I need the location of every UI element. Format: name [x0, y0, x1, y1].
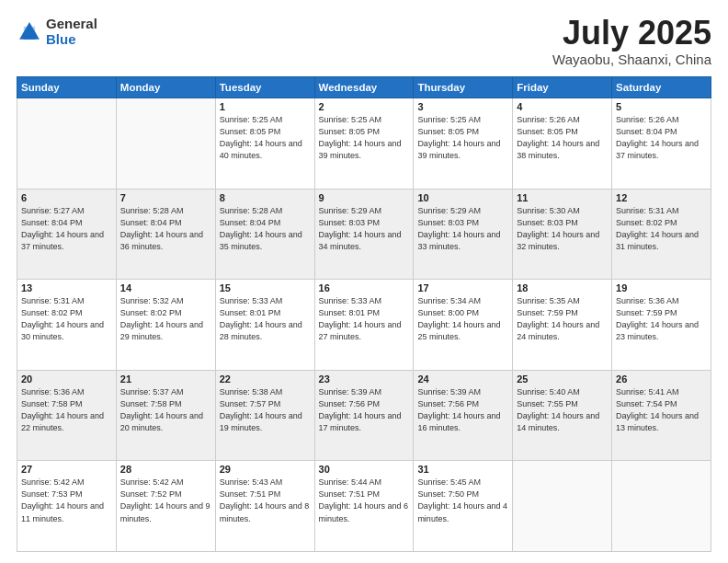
day-number: 17 — [417, 282, 508, 293]
day-number: 24 — [417, 373, 508, 385]
table-row — [17, 98, 117, 190]
day-info: Sunrise: 5:29 AM Sunset: 8:03 PM Dayligh… — [417, 205, 508, 253]
table-row: 30Sunrise: 5:44 AM Sunset: 7:51 PM Dayli… — [314, 461, 414, 552]
day-number: 3 — [417, 101, 508, 112]
calendar-table: Sunday Monday Tuesday Wednesday Thursday… — [17, 76, 711, 552]
day-number: 15 — [220, 282, 311, 293]
calendar-week-1: 1Sunrise: 5:25 AM Sunset: 8:05 PM Daylig… — [17, 98, 711, 190]
calendar-week-2: 6Sunrise: 5:27 AM Sunset: 8:04 PM Daylig… — [17, 189, 711, 280]
table-row: 20Sunrise: 5:36 AM Sunset: 7:58 PM Dayli… — [17, 370, 117, 461]
day-info: Sunrise: 5:36 AM Sunset: 7:58 PM Dayligh… — [21, 386, 112, 434]
table-row: 9Sunrise: 5:29 AM Sunset: 8:03 PM Daylig… — [314, 189, 414, 280]
day-number: 9 — [319, 192, 410, 203]
day-info: Sunrise: 5:31 AM Sunset: 8:02 PM Dayligh… — [21, 295, 112, 343]
day-info: Sunrise: 5:41 AM Sunset: 7:54 PM Dayligh… — [616, 386, 707, 434]
page: General Blue July 2025 Wayaobu, Shaanxi,… — [0, 0, 728, 563]
day-number: 1 — [220, 101, 311, 112]
day-number: 19 — [616, 282, 707, 293]
table-row: 28Sunrise: 5:42 AM Sunset: 7:52 PM Dayli… — [116, 461, 215, 552]
day-info: Sunrise: 5:32 AM Sunset: 8:02 PM Dayligh… — [120, 295, 211, 343]
day-number: 5 — [616, 101, 707, 112]
logo: General Blue — [17, 17, 97, 47]
day-number: 14 — [120, 282, 211, 293]
day-number: 30 — [319, 464, 410, 475]
table-row: 21Sunrise: 5:37 AM Sunset: 7:58 PM Dayli… — [116, 370, 215, 461]
day-number: 26 — [616, 373, 707, 385]
col-saturday: Saturday — [612, 77, 711, 98]
day-info: Sunrise: 5:39 AM Sunset: 7:56 PM Dayligh… — [417, 386, 508, 434]
calendar-week-5: 27Sunrise: 5:42 AM Sunset: 7:53 PM Dayli… — [17, 461, 711, 552]
day-info: Sunrise: 5:38 AM Sunset: 7:57 PM Dayligh… — [220, 386, 311, 434]
logo-icon — [17, 19, 42, 45]
day-info: Sunrise: 5:28 AM Sunset: 8:04 PM Dayligh… — [120, 205, 211, 253]
day-number: 27 — [21, 464, 112, 475]
day-number: 21 — [120, 373, 211, 385]
svg-rect-2 — [24, 32, 35, 40]
table-row: 2Sunrise: 5:25 AM Sunset: 8:05 PM Daylig… — [314, 98, 414, 190]
table-row: 18Sunrise: 5:35 AM Sunset: 7:59 PM Dayli… — [513, 280, 612, 371]
day-number: 28 — [120, 464, 211, 475]
day-number: 16 — [319, 282, 410, 293]
day-info: Sunrise: 5:39 AM Sunset: 7:56 PM Dayligh… — [319, 386, 410, 434]
header: General Blue July 2025 Wayaobu, Shaanxi,… — [17, 17, 711, 67]
table-row: 16Sunrise: 5:33 AM Sunset: 8:01 PM Dayli… — [314, 280, 414, 371]
table-row — [612, 461, 711, 552]
day-info: Sunrise: 5:31 AM Sunset: 8:02 PM Dayligh… — [616, 205, 707, 253]
col-wednesday: Wednesday — [314, 77, 414, 98]
logo-text: General Blue — [46, 17, 97, 47]
table-row: 23Sunrise: 5:39 AM Sunset: 7:56 PM Dayli… — [314, 370, 414, 461]
logo-blue-text: Blue — [46, 32, 97, 48]
table-row — [116, 98, 215, 190]
day-number: 2 — [319, 101, 410, 112]
table-row: 15Sunrise: 5:33 AM Sunset: 8:01 PM Dayli… — [215, 280, 314, 371]
table-row: 14Sunrise: 5:32 AM Sunset: 8:02 PM Dayli… — [116, 280, 215, 371]
day-info: Sunrise: 5:42 AM Sunset: 7:52 PM Dayligh… — [120, 477, 211, 524]
calendar-location: Wayaobu, Shaanxi, China — [552, 52, 711, 67]
day-info: Sunrise: 5:29 AM Sunset: 8:03 PM Dayligh… — [319, 205, 410, 253]
table-row: 4Sunrise: 5:26 AM Sunset: 8:05 PM Daylig… — [513, 98, 612, 190]
day-info: Sunrise: 5:35 AM Sunset: 7:59 PM Dayligh… — [517, 295, 608, 343]
col-tuesday: Tuesday — [215, 77, 314, 98]
day-info: Sunrise: 5:37 AM Sunset: 7:58 PM Dayligh… — [120, 386, 211, 434]
table-row: 25Sunrise: 5:40 AM Sunset: 7:55 PM Dayli… — [513, 370, 612, 461]
day-number: 7 — [120, 192, 211, 203]
table-row: 5Sunrise: 5:26 AM Sunset: 8:04 PM Daylig… — [612, 98, 711, 190]
table-row: 24Sunrise: 5:39 AM Sunset: 7:56 PM Dayli… — [414, 370, 513, 461]
day-number: 8 — [220, 192, 311, 203]
day-number: 4 — [517, 101, 608, 112]
day-info: Sunrise: 5:44 AM Sunset: 7:51 PM Dayligh… — [319, 477, 410, 524]
calendar-title: July 2025 — [552, 17, 711, 50]
table-row: 27Sunrise: 5:42 AM Sunset: 7:53 PM Dayli… — [17, 461, 117, 552]
day-number: 18 — [517, 282, 608, 293]
day-number: 20 — [21, 373, 112, 385]
day-info: Sunrise: 5:33 AM Sunset: 8:01 PM Dayligh… — [319, 295, 410, 343]
day-info: Sunrise: 5:33 AM Sunset: 8:01 PM Dayligh… — [220, 295, 311, 343]
table-row: 19Sunrise: 5:36 AM Sunset: 7:59 PM Dayli… — [612, 280, 711, 371]
day-info: Sunrise: 5:45 AM Sunset: 7:50 PM Dayligh… — [417, 477, 508, 524]
weekday-header-row: Sunday Monday Tuesday Wednesday Thursday… — [17, 77, 711, 98]
day-number: 10 — [417, 192, 508, 203]
day-number: 22 — [220, 373, 311, 385]
day-info: Sunrise: 5:34 AM Sunset: 8:00 PM Dayligh… — [417, 295, 508, 343]
table-row — [513, 461, 612, 552]
col-sunday: Sunday — [17, 77, 117, 98]
day-info: Sunrise: 5:25 AM Sunset: 8:05 PM Dayligh… — [417, 114, 508, 162]
day-number: 23 — [319, 373, 410, 385]
table-row: 1Sunrise: 5:25 AM Sunset: 8:05 PM Daylig… — [215, 98, 314, 190]
col-friday: Friday — [513, 77, 612, 98]
table-row: 10Sunrise: 5:29 AM Sunset: 8:03 PM Dayli… — [414, 189, 513, 280]
day-info: Sunrise: 5:25 AM Sunset: 8:05 PM Dayligh… — [319, 114, 410, 162]
table-row: 13Sunrise: 5:31 AM Sunset: 8:02 PM Dayli… — [17, 280, 117, 371]
day-info: Sunrise: 5:43 AM Sunset: 7:51 PM Dayligh… — [220, 477, 311, 524]
col-monday: Monday — [116, 77, 215, 98]
day-info: Sunrise: 5:30 AM Sunset: 8:03 PM Dayligh… — [517, 205, 608, 253]
day-number: 31 — [417, 464, 508, 475]
title-block: July 2025 Wayaobu, Shaanxi, China — [552, 17, 711, 67]
day-info: Sunrise: 5:36 AM Sunset: 7:59 PM Dayligh… — [616, 295, 707, 343]
table-row: 3Sunrise: 5:25 AM Sunset: 8:05 PM Daylig… — [414, 98, 513, 190]
table-row: 6Sunrise: 5:27 AM Sunset: 8:04 PM Daylig… — [17, 189, 117, 280]
table-row: 11Sunrise: 5:30 AM Sunset: 8:03 PM Dayli… — [513, 189, 612, 280]
day-number: 25 — [517, 373, 608, 385]
table-row: 8Sunrise: 5:28 AM Sunset: 8:04 PM Daylig… — [215, 189, 314, 280]
table-row: 7Sunrise: 5:28 AM Sunset: 8:04 PM Daylig… — [116, 189, 215, 280]
